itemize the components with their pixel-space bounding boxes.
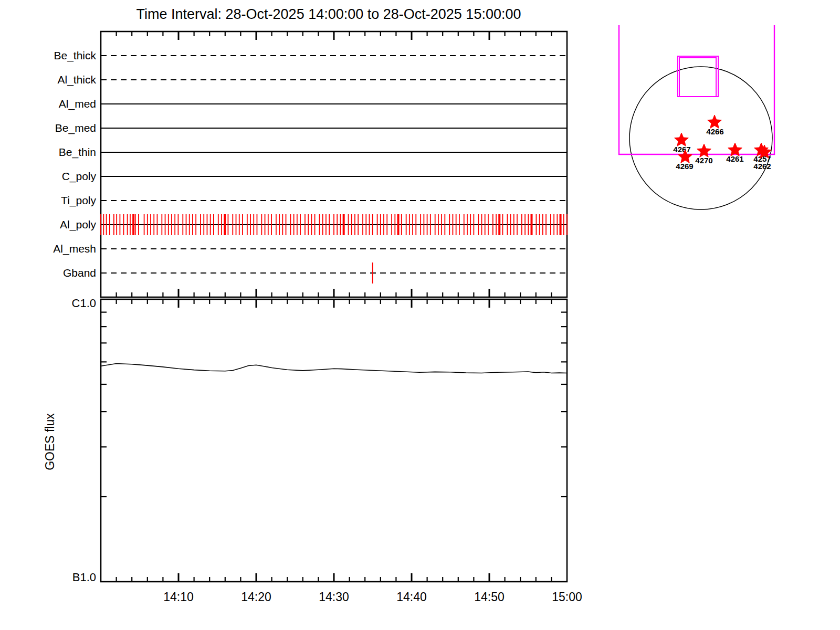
active-region-label-4262: 4262 xyxy=(753,162,771,171)
timeline-panel-box xyxy=(101,32,567,297)
target-fov-box xyxy=(679,58,716,97)
goes-panel-box xyxy=(101,299,567,582)
xrt-goes-figure: Time Interval: 28-Oct-2025 14:00:00 to 2… xyxy=(0,0,840,630)
active-region-label-4269: 4269 xyxy=(676,162,693,171)
plot-canvas: 4266426742694270426142574262 xyxy=(0,0,840,630)
active-region-star-4266 xyxy=(708,115,722,128)
target-fov-box xyxy=(678,56,718,97)
active-region-star-4270 xyxy=(697,144,711,157)
active-region-label-4267: 4267 xyxy=(673,145,690,154)
goes-flux-curve xyxy=(101,364,567,373)
active-region-label-4266: 4266 xyxy=(706,127,723,136)
active-region-label-4270: 4270 xyxy=(695,156,712,165)
active-region-star-4267 xyxy=(675,133,689,146)
solar-limb-circle xyxy=(629,67,772,209)
fov-bracket xyxy=(619,25,774,154)
active-region-label-4261: 4261 xyxy=(726,154,743,163)
